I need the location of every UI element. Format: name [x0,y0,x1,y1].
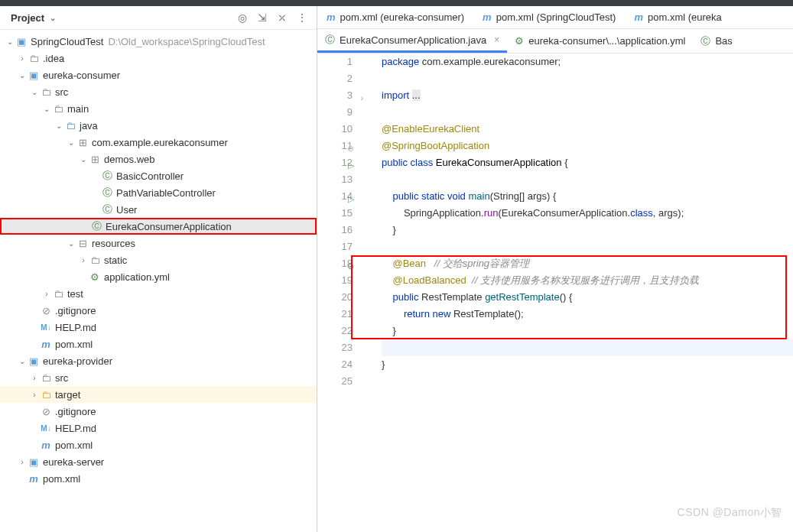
code-editor[interactable]: 123›91011⊘12▷1314▷15161718⊘1920212223242… [317,54,793,532]
sidebar-title-text: Project [11,12,44,24]
tab-label: eureka-consumer\...\application.yml [528,35,685,47]
tree-root[interactable]: ⌄ ▣ SpringCloudTest D:\Old_workspace\Spr… [0,33,317,50]
code-line[interactable]: @SpringBootApplication [382,138,793,154]
chevron-down-icon: ⌄ [17,71,28,79]
tree-static[interactable]: › 🗀 static [0,251,317,268]
collapse-all-icon[interactable]: ⤫ [275,11,289,24]
chevron-down-icon: ⌄ [54,122,64,130]
tree-src-p[interactable]: › 🗀 src [0,369,317,386]
tab-pom-trunc[interactable]: m pom.xml (eureka [625,6,730,28]
tree-pathvar[interactable]: Ⓒ PathVariableController [0,184,317,201]
tree-label: eureka-provider [43,355,112,367]
tree-label: static [104,255,127,266]
gutter-line: 22 [317,323,353,339]
tree-target[interactable]: › 🗀 target [0,386,317,403]
code-line[interactable]: @Bean // 交给spring容器管理 [382,255,793,272]
code-line[interactable]: @LoadBalanced // 支持使用服务名称发现服务进行调用，且支持负载 [382,272,793,289]
tree-src[interactable]: ⌄ 🗀 src [0,83,317,100]
tab-pom-consumer[interactable]: m pom.xml (eureka-consumer) [317,6,473,28]
maven-icon: m [40,440,52,451]
markdown-icon: M↓ [40,424,52,433]
code-line[interactable]: return new RestTemplate(); [382,306,793,323]
tree-help-p[interactable]: M↓ HELP.md [0,420,317,436]
tab-pom-root[interactable]: m pom.xml (SpringCloudTest) [473,6,625,28]
chevron-right-icon: › [29,391,40,399]
close-icon[interactable]: × [494,34,499,45]
code-line[interactable]: } [382,323,793,339]
tree-idea[interactable]: › 🗀 .idea [0,50,317,66]
tree-basic[interactable]: Ⓒ BasicController [0,167,317,184]
tree-label: HELP.md [55,423,96,434]
project-tree[interactable]: ⌄ ▣ SpringCloudTest D:\Old_workspace\Spr… [0,30,317,532]
tree-eureka-server[interactable]: › ▣ eureka-server [0,453,317,470]
folder-icon: 🗀 [28,53,40,64]
tree-eureka-provider[interactable]: ⌄ ▣ eureka-provider [0,352,317,369]
tree-demos[interactable]: ⌄ ⊞ demos.web [0,151,317,167]
code-line[interactable] [382,238,793,255]
code-body[interactable]: package com.example.eurekaconsumer;impor… [366,54,793,532]
fold-icon[interactable]: › [361,90,363,107]
tree-gitignore[interactable]: ⊘ .gitignore [0,302,317,319]
tree-main[interactable]: ⌄ 🗀 main [0,100,317,117]
chevron-down-icon: ⌄ [41,105,52,113]
tree-help[interactable]: M↓ HELP.md [0,319,317,336]
tree-pom[interactable]: m pom.xml [0,336,317,352]
project-sidebar: Project ⌄ ◎ ⇲ ⤫ ⋮ ⌄ ▣ SpringCloudTest D:… [0,0,317,532]
chevron-down-icon: ⌄ [66,138,76,147]
tree-label: pom.xml [55,339,93,350]
folder-icon: 🗀 [52,103,64,115]
tree-app-selected[interactable]: Ⓒ EurekaConsumerApplication [0,218,317,235]
target-folder-icon: 🗀 [40,389,52,401]
tree-package[interactable]: ⌄ ⊞ com.example.eurekaconsumer [0,134,317,151]
code-line[interactable]: public class EurekaConsumerApplication { [382,154,793,171]
code-line[interactable]: @EnableEurekaClient [382,121,793,138]
tab-label: pom.xml (eureka [648,11,722,23]
code-line[interactable]: public RestTemplate getRestTemplate() { [382,289,793,306]
code-line[interactable]: } [382,222,793,238]
code-line[interactable] [382,339,793,356]
tree-pom-root[interactable]: m pom.xml [0,470,317,487]
gutter-line: 9 [317,104,353,121]
code-line[interactable] [382,104,793,121]
tree-gitignore-p[interactable]: ⊘ .gitignore [0,403,317,420]
code-line[interactable]: } [382,356,793,373]
tree-java[interactable]: ⌄ 🗀 java [0,117,317,134]
subtab-yml[interactable]: ⚙ eureka-consumer\...\application.yml [507,29,693,53]
code-line[interactable]: import ... [382,87,793,104]
code-line[interactable] [382,70,793,87]
more-icon[interactable]: ⋮ [295,11,309,24]
tree-label: .idea [43,53,64,64]
code-line[interactable] [382,171,793,188]
maven-icon: m [483,11,492,23]
titlebar-strip [0,0,793,6]
sidebar-title[interactable]: Project ⌄ [11,12,58,24]
code-line[interactable]: public static void main(String[] args) { [382,188,793,205]
subtab-app-java[interactable]: Ⓒ EurekaConsumerApplication.java × [317,29,507,53]
gitignore-icon: ⊘ [40,305,52,316]
tree-resources[interactable]: ⌄ ⊟ resources [0,235,317,251]
code-line[interactable]: SpringApplication.run(EurekaConsumerAppl… [382,205,793,222]
tree-pom-p[interactable]: m pom.xml [0,436,317,453]
module-icon: ▣ [28,70,40,81]
gutter-line: 18⊘ [317,255,353,272]
tree-label: application.yml [104,271,170,283]
subtab-bas[interactable]: Ⓒ Bas [693,29,739,53]
code-line[interactable] [382,373,793,390]
tree-user[interactable]: Ⓒ User [0,201,317,218]
tree-label: src [55,372,68,384]
module-icon: ▣ [28,456,40,468]
tree-label: test [67,288,83,300]
chevron-down-icon: ⌄ [5,37,15,46]
class-icon: Ⓒ [101,169,113,183]
tab-label: EurekaConsumerApplication.java [340,34,486,46]
tree-test[interactable]: › 🗀 test [0,285,317,302]
tree-eureka-consumer[interactable]: ⌄ ▣ eureka-consumer [0,66,317,83]
chevron-down-icon: ⌄ [17,357,28,365]
tree-appyml[interactable]: ⚙ application.yml [0,268,317,285]
select-file-icon[interactable]: ◎ [236,11,249,24]
code-line[interactable]: package com.example.eurekaconsumer; [382,54,793,70]
expand-all-icon[interactable]: ⇲ [255,11,269,24]
maven-icon: m [327,11,336,23]
gutter-line: 21 [317,306,353,323]
tree-label: eureka-server [43,456,104,468]
